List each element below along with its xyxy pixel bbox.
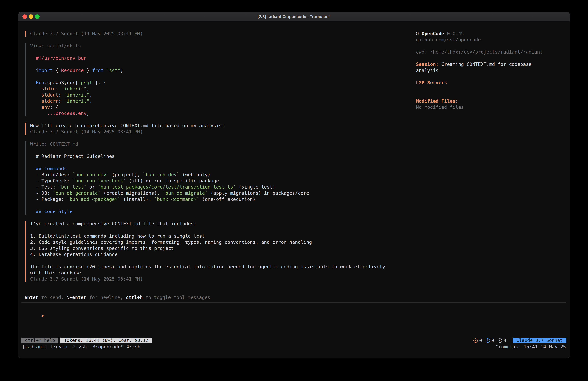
editor-hint: enter to send, \+enter for newline, ctrl… (24, 294, 210, 300)
sidebar-line: No modified files (416, 104, 563, 110)
terminal-line (30, 49, 409, 55)
assistant-message: I've created a comprehensive CONTEXT.md … (25, 221, 409, 282)
model-badge: Claude 3.7 Sonnet (513, 337, 566, 343)
terminal-line: Bun.spawnSync([`psql`], { (30, 80, 409, 86)
minimize-button[interactable] (29, 14, 33, 19)
close-button[interactable] (22, 14, 27, 19)
terminal-line (30, 61, 409, 67)
terminal-line: env: { (30, 104, 409, 110)
terminal-line: import { Resource } from "sst"; (30, 67, 409, 73)
terminal-window: [2/3] radiant:3:opencode - "romulus" Cla… (18, 12, 570, 359)
terminal-line: ...process.env, (30, 110, 409, 116)
terminal-line: 3. CSS styling conventions specific to t… (30, 245, 409, 251)
terminal-line: I've created a comprehensive CONTEXT.md … (30, 221, 409, 227)
terminal-line (30, 159, 409, 165)
token-cost-indicator: Tokens: 16.4K (8%), Cost: $0.12 (60, 337, 152, 343)
terminal-line: 1. Build/lint/test commands including ho… (30, 233, 409, 239)
diagnostic-i-indicator: i0 (485, 338, 494, 343)
diagnostic-count: 0 (479, 338, 482, 343)
sidebar-line: © OpenCode 0.0.45 (416, 30, 563, 37)
tmux-window-list[interactable]: [radiant] 1:nvim 2:zsh- 3:opencode* 4:zs… (22, 344, 140, 350)
terminal-line: - TypeCheck: `bun run typecheck` (all) o… (30, 178, 409, 184)
tmux-status-line: [radiant] 1:nvim 2:zsh- 3:opencode* 4:zs… (22, 344, 566, 350)
terminal-line: # Radiant Project Guidelines (30, 153, 409, 159)
message-input[interactable]: > (24, 307, 44, 313)
sidebar-line: analysis (416, 67, 563, 73)
terminal-line: - DB: `bun db generate` (create migratio… (30, 190, 409, 196)
terminal-line: stderr: "inherit", (30, 98, 409, 104)
terminal-line (30, 73, 409, 80)
terminal-line: stdin: "inherit", (30, 86, 409, 92)
sidebar-line: LSP Servers (416, 80, 563, 86)
terminal-line: Now I'll create a comprehensive CONTEXT.… (30, 123, 409, 129)
sidebar-line: Modified Files: (416, 98, 563, 104)
diagnostic-count: 0 (504, 338, 506, 343)
diagnostics-indicators: W0i0h0 (473, 338, 510, 343)
terminal-line: ## Code Style (30, 208, 409, 215)
sidebar-line: Session: Creating CONTEXT.md for codebas… (416, 61, 563, 67)
sidebar-line (416, 55, 563, 61)
terminal-line: - Build/Dev: `bun run dev` (project), `b… (30, 172, 409, 178)
diagnostic-W-indicator: W0 (473, 338, 482, 343)
diagnostic-h-indicator: h0 (498, 338, 506, 343)
terminal-line: 4. Database operations guidance (30, 251, 409, 257)
sidebar-line (416, 43, 563, 49)
terminal-line: 2. Code style guidelines covering import… (30, 239, 409, 245)
terminal-line: - Test: `bun test` or `bun test packages… (30, 184, 409, 190)
terminal-line: Write: CONTEXT.md (30, 141, 409, 147)
terminal-line (30, 202, 409, 208)
assistant-message: Now I'll create a comprehensive CONTEXT.… (25, 123, 409, 135)
terminal-line: stdout: "inherit", (30, 92, 409, 98)
editor-separator (21, 302, 566, 303)
zoom-button[interactable] (35, 14, 40, 19)
status-bar: ctrl+? help Tokens: 16.4K (8%), Cost: $0… (21, 337, 566, 343)
sidebar-line (416, 73, 563, 80)
diagnostic-W-icon: W (473, 338, 478, 343)
window-title: [2/3] radiant:3:opencode - "romulus" (257, 14, 331, 19)
terminal-line: Claude 3.7 Sonnet (14 May 2025 03:41 PM) (30, 129, 409, 135)
sidebar-line (416, 86, 563, 92)
chat-log: Claude 3.7 Sonnet (14 May 2025 03:41 PM)… (25, 30, 409, 288)
terminal-line: View: script/db.ts (30, 43, 409, 49)
session-sidebar: © OpenCode 0.0.45github.com/sst/opencode… (416, 30, 563, 110)
tool-view-message: View: script/db.ts #!/usr/bin/env bun im… (25, 43, 409, 116)
terminal-line: Claude 3.7 Sonnet (14 May 2025 03:41 PM) (30, 30, 409, 37)
prompt-symbol: > (41, 313, 44, 318)
assistant-message-meta: Claude 3.7 Sonnet (14 May 2025 03:41 PM) (25, 30, 409, 37)
diagnostic-h-icon: h (498, 338, 502, 343)
tool-write-message: Write: CONTEXT.md # Radiant Project Guid… (25, 141, 409, 215)
terminal-line: ## Commands (30, 165, 409, 172)
terminal-line: The file is concise (20 lines) and captu… (30, 264, 409, 270)
tmux-host-clock: "romulus" 15:41 14-May-25 (496, 344, 566, 350)
diagnostic-i-icon: i (485, 338, 490, 343)
terminal-line: Claude 3.7 Sonnet (14 May 2025 03:41 PM) (30, 276, 409, 282)
terminal-line (30, 147, 409, 153)
sidebar-line: github.com/sst/opencode (416, 37, 563, 43)
terminal-line (30, 227, 409, 233)
diagnostic-count: 0 (491, 338, 494, 343)
terminal-line: #!/usr/bin/env bun (30, 55, 409, 61)
sidebar-line: cwd: /home/thdxr/dev/projects/radiant/ra… (416, 49, 563, 55)
sidebar-line (416, 92, 563, 98)
traffic-lights (22, 12, 40, 22)
terminal-line (30, 257, 409, 264)
help-shortcut: ctrl+? help (21, 337, 58, 343)
window-titlebar[interactable]: [2/3] radiant:3:opencode - "romulus" (18, 12, 570, 22)
terminal-line: - Package: `bun add <package>` (install)… (30, 196, 409, 202)
terminal-line: with this codebase. (30, 270, 409, 276)
terminal-content: Claude 3.7 Sonnet (14 May 2025 03:41 PM)… (18, 22, 570, 358)
